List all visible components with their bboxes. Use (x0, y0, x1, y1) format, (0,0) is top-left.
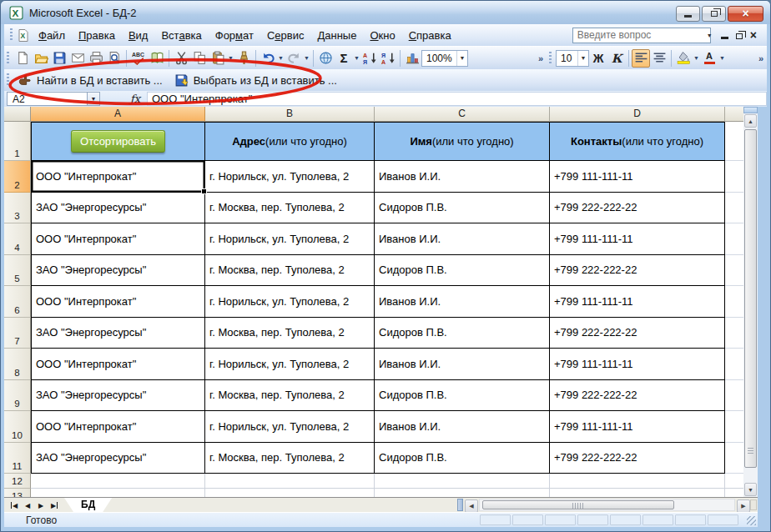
align-left-button[interactable] (632, 49, 650, 68)
sort-button[interactable]: Отсортировать (71, 130, 165, 153)
cell-C6[interactable]: Иванов И.И. (375, 286, 550, 318)
cell-A11[interactable]: ЗАО "Энергоресурсы" (31, 443, 205, 474)
cell-A10[interactable]: ООО "Интерпрокат" (31, 411, 205, 443)
toolbar-grip[interactable] (10, 28, 13, 42)
column-header-D[interactable]: D (550, 107, 725, 122)
question-input[interactable] (573, 29, 707, 41)
cell-D2[interactable]: +799 111-111-11 (550, 161, 725, 193)
cell-C3[interactable]: Сидоров П.В. (375, 193, 550, 224)
cell-D6[interactable]: +799 111-111-11 (550, 286, 725, 318)
menu-Справка[interactable]: Справка (402, 26, 458, 45)
find-hand-db-button[interactable]: Найти в БД и вставить ... (13, 72, 170, 89)
menu-Вставка[interactable]: Вставка (154, 26, 208, 45)
font-size-select[interactable]: 10▼ (556, 50, 589, 67)
row-header-10[interactable]: 10 (4, 411, 31, 443)
cell-B6[interactable]: г. Норильск, ул. Туполева, 2 (205, 286, 375, 318)
font-color-button[interactable]: А (700, 49, 718, 68)
scroll-up-icon[interactable]: ▲ (744, 114, 757, 128)
cell-A1[interactable]: Отсортировать (31, 122, 205, 161)
cell-A12[interactable] (31, 474, 205, 489)
name-box[interactable]: A2 (7, 92, 88, 106)
chevron-down-icon[interactable]: ▼ (227, 55, 234, 61)
scroll-down-icon[interactable]: ▼ (744, 483, 757, 496)
chevron-down-icon[interactable]: ▼ (693, 55, 700, 61)
workbook-icon[interactable]: X (17, 28, 32, 42)
cell-A2[interactable]: ООО "Интерпрокат" (31, 161, 205, 193)
cell-A3[interactable]: ЗАО "Энергоресурсы" (31, 193, 205, 224)
toolbar-grip[interactable] (549, 52, 552, 65)
cell-D8[interactable]: +799 111-111-11 (550, 349, 725, 380)
menu-Вид[interactable]: Вид (122, 26, 155, 45)
row-header-13[interactable]: 13 (4, 489, 31, 497)
new-document-button[interactable] (13, 49, 32, 68)
tab-split-handle[interactable] (457, 499, 463, 511)
row-header-2[interactable]: 2 (4, 161, 31, 193)
cell-D12[interactable] (550, 474, 725, 489)
row-header-11[interactable]: 11 (4, 443, 31, 474)
name-box-dropdown-icon[interactable]: ▼ (88, 92, 100, 106)
chevron-down-icon[interactable]: ▼ (718, 55, 726, 61)
last-sheet-button[interactable]: ▶ (48, 499, 61, 512)
print-preview-button[interactable] (105, 49, 123, 68)
save-button[interactable] (50, 49, 68, 68)
row-header-4[interactable]: 4 (4, 223, 31, 255)
cell-D4[interactable]: +799 111-111-11 (550, 223, 725, 255)
menu-Файл[interactable]: Файл (32, 26, 72, 45)
align-center-button[interactable] (650, 49, 668, 68)
workbook-minimize-icon[interactable] (721, 37, 728, 39)
cell-B1[interactable]: Адрес (или что угодно) (205, 122, 375, 161)
sort-descending-button[interactable]: ЯА (379, 49, 397, 68)
cell-C4[interactable]: Иванов И.И. (375, 223, 550, 255)
row-header-3[interactable]: 3 (4, 193, 31, 224)
cell-B10[interactable]: г. Норильск, ул. Туполева, 2 (205, 411, 375, 443)
row-header-12[interactable]: 12 (4, 474, 31, 489)
cell-C7[interactable]: Сидоров П.В. (375, 318, 550, 349)
bold-button[interactable]: Ж (589, 49, 607, 68)
formula-input[interactable]: ООО "Интерпрокат" (147, 92, 767, 106)
cell-D13[interactable] (550, 489, 725, 497)
cell-C8[interactable]: Иванов И.И. (375, 349, 550, 380)
cell-C12[interactable] (375, 474, 550, 489)
cell-B11[interactable]: г. Москва, пер. Туполева, 2 (205, 443, 375, 474)
menu-Сервис[interactable]: Сервис (260, 26, 311, 45)
redo-button[interactable] (285, 49, 303, 68)
vertical-scrollbar[interactable]: ▲ ▼ (743, 107, 758, 497)
row-header-1[interactable]: 1 (4, 122, 31, 161)
title-bar[interactable]: X Microsoft Excel - БД-2 × (1, 1, 770, 24)
chart-wizard-button[interactable] (403, 49, 421, 68)
toolbar-grip[interactable] (7, 52, 9, 65)
cell-C1[interactable]: Имя (или что угодно) (375, 122, 550, 161)
paste-button[interactable] (209, 49, 227, 68)
zoom-select[interactable]: 100%▼ (421, 50, 468, 67)
horizontal-scroll-track[interactable] (479, 499, 735, 511)
cell-C13[interactable] (375, 489, 550, 497)
row-header-5[interactable]: 5 (4, 255, 31, 287)
sort-ascending-button[interactable]: АЯ (360, 49, 379, 68)
cell-C10[interactable]: Иванов И.И. (375, 411, 550, 443)
row-header-8[interactable]: 8 (4, 349, 31, 380)
cell-B9[interactable]: г. Москва, пер. Туполева, 2 (205, 380, 375, 412)
column-header-A[interactable]: A (31, 107, 205, 122)
cell-D3[interactable]: +799 222-222-22 (550, 193, 725, 224)
cell-D5[interactable]: +799 222-222-22 (550, 255, 725, 287)
research-button[interactable] (148, 49, 166, 68)
cell-D11[interactable]: +799 222-222-22 (550, 443, 725, 474)
cell-B7[interactable]: г. Москва, пер. Туполева, 2 (205, 318, 375, 349)
previous-sheet-button[interactable]: ◀ (21, 499, 34, 512)
toolbar-options-chevron[interactable]: » (535, 48, 547, 69)
spelling-button[interactable]: ABC (129, 49, 148, 68)
chevron-down-icon[interactable]: ▼ (707, 28, 713, 43)
cell-B4[interactable]: г. Норильск, ул. Туполева, 2 (205, 223, 375, 255)
workbook-restore-icon[interactable] (736, 33, 743, 39)
fill-color-button[interactable] (674, 49, 693, 68)
select-all-corner[interactable] (4, 107, 31, 122)
chevron-down-icon[interactable]: ▼ (353, 55, 360, 61)
chevron-down-icon[interactable]: ▼ (303, 55, 310, 61)
cell-B8[interactable]: г. Норильск, ул. Туполева, 2 (205, 349, 375, 380)
workbook-close-icon[interactable]: × (750, 29, 757, 41)
cell-B13[interactable] (205, 489, 375, 497)
menu-Формат[interactable]: Формат (209, 26, 260, 45)
column-header-B[interactable]: B (205, 107, 375, 122)
scroll-left-icon[interactable]: ◀ (465, 499, 478, 513)
cell-C9[interactable]: Сидоров П.В. (375, 380, 550, 412)
